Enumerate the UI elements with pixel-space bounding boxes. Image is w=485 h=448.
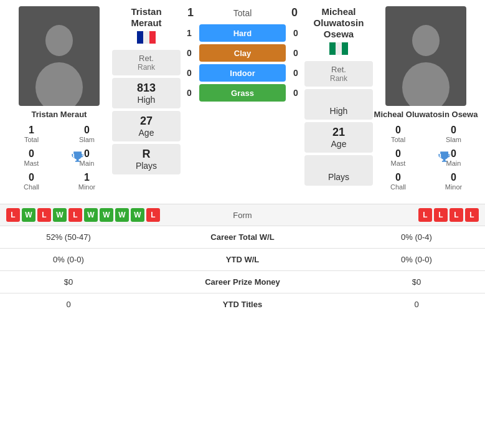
right-chall-label: Chall [390, 183, 406, 191]
prize-left: $0 [0, 271, 137, 293]
right-rank-label: Rank [307, 74, 370, 83]
right-chall-value: 0 [395, 172, 401, 183]
right-name-flag: Micheal OluwatosinOsewa [304, 6, 373, 57]
ytd-titles-row: 0 YTD Titles 0 [0, 293, 485, 316]
ytd-titles-left: 0 [0, 293, 137, 316]
left-main-value: 0 [84, 148, 90, 160]
trophy-icon-left [70, 150, 84, 164]
right-slam-value: 0 [451, 125, 456, 136]
form-badge-w5: W [115, 208, 129, 222]
hard-right-score: 0 [290, 28, 302, 38]
svg-point-9 [402, 62, 450, 106]
center-panel: 1 Total 0 1 Hard 0 0 Clay 0 [181, 6, 304, 193]
svg-rect-3 [143, 31, 149, 44]
total-row: 1 Total 0 [183, 6, 302, 19]
left-mast-label: Mast [24, 160, 39, 167]
left-trophy-area: 0 Main [62, 146, 112, 169]
right-plays-label: Plays [307, 172, 370, 182]
form-badge-l4: L [146, 208, 160, 222]
left-chall-value: 0 [29, 172, 34, 183]
left-ret-val: Ret. [115, 54, 178, 63]
left-ret-box: Ret. Rank [112, 50, 181, 75]
ytd-titles-label: YTD Titles [137, 293, 348, 316]
clay-badge: Clay [199, 44, 286, 62]
form-row: L W L W L W W W W L Form L L L L [0, 204, 485, 226]
form-badge-r-l1: L [418, 208, 432, 222]
grass-left-score: 0 [183, 88, 195, 98]
main-container: Tristan Meraut 1 Total 0 Slam 0 Mast [0, 0, 485, 315]
svg-rect-2 [137, 31, 143, 44]
trophy-icon-right [437, 150, 451, 164]
form-badge-w1: W [22, 208, 35, 222]
left-minor-value: 1 [84, 172, 90, 183]
form-badge-r-l2: L [434, 208, 448, 222]
left-plays-box: R Plays [112, 144, 181, 174]
left-slam-label: Slam [79, 136, 95, 143]
right-center-name: Micheal OluwatosinOsewa [304, 6, 373, 40]
clay-left-score: 0 [183, 48, 195, 58]
prize-label: Career Prize Money [137, 271, 348, 293]
left-minor-cell: 1 Minor [62, 170, 112, 193]
left-slam-value: 0 [84, 125, 90, 136]
grass-badge: Grass [199, 84, 286, 102]
right-total-label: Total [391, 136, 405, 143]
right-stats-grid: 0 Total 0 Slam 0 Mast 0 [373, 123, 479, 193]
right-ret-box: Ret. Rank [304, 61, 373, 87]
surface-rows: 1 Hard 0 0 Clay 0 0 Indoor 0 [183, 24, 302, 102]
form-badge-r-l3: L [450, 208, 463, 222]
right-minor-label: Minor [445, 183, 463, 191]
players-section: Tristan Meraut 1 Total 0 Slam 0 Mast [0, 0, 485, 199]
right-mast-label: Mast [391, 160, 406, 167]
svg-rect-5 [329, 42, 336, 55]
left-high-box: 813 High [112, 78, 181, 108]
left-player-card: Tristan Meraut 1 Total 0 Slam 0 Mast [6, 6, 112, 193]
left-minor-label: Minor [78, 183, 96, 191]
form-badge-w4: W [100, 208, 113, 222]
left-mast-cell: 0 Mast [6, 146, 57, 169]
right-age-label: Age [307, 139, 370, 149]
ytd-wl-right: 0% (0-0) [348, 249, 485, 271]
left-high-val: 813 [115, 82, 178, 95]
right-total-cell: 0 Total [373, 123, 423, 145]
left-flag-container [137, 31, 156, 44]
form-badge-r-l4: L [465, 208, 479, 222]
right-player-name: Micheal Oluwatosin Osewa [374, 110, 478, 119]
ytd-wl-row: 0% (0-0) YTD W/L 0% (0-0) [0, 249, 485, 271]
right-age-val: 21 [307, 126, 370, 139]
svg-point-0 [45, 25, 73, 56]
left-total-cell: 1 Total [6, 123, 57, 145]
indoor-left-score: 0 [183, 68, 195, 78]
left-chall-label: Chall [24, 183, 39, 191]
right-form-badges: L L L L [311, 208, 479, 222]
form-badge-w3: W [84, 208, 98, 222]
ytd-wl-label: YTD W/L [137, 249, 348, 271]
form-badge-l2: L [37, 208, 51, 222]
left-total-label: Total [24, 136, 39, 143]
indoor-right-score: 0 [290, 68, 302, 78]
form-badge-w6: W [131, 208, 144, 222]
indoor-badge: Indoor [199, 64, 286, 82]
prize-row: $0 Career Prize Money $0 [0, 271, 485, 293]
total-label: Total [203, 8, 282, 18]
right-slam-label: Slam [446, 136, 461, 143]
total-right-score: 0 [287, 6, 302, 19]
right-age-box: 21 Age [304, 122, 373, 153]
left-total-value: 1 [29, 125, 34, 136]
hard-badge: Hard [199, 24, 286, 42]
right-plays-val [307, 159, 370, 172]
total-left-score: 1 [183, 6, 198, 19]
left-mast-value: 0 [29, 148, 34, 160]
svg-rect-6 [336, 42, 342, 55]
right-slam-cell: 0 Slam [428, 123, 479, 145]
right-ret-val: Ret. [307, 65, 370, 74]
prize-right: $0 [348, 271, 485, 293]
form-badge-w2: W [53, 208, 67, 222]
right-mast-value: 0 [395, 148, 401, 160]
left-player-avatar [19, 6, 100, 106]
svg-rect-4 [149, 31, 156, 44]
right-trophy-area: 0 Main [428, 146, 479, 169]
right-minor-value: 0 [451, 172, 456, 183]
svg-rect-7 [342, 42, 348, 55]
grass-right-score: 0 [290, 88, 302, 98]
surface-row-clay: 0 Clay 0 [183, 44, 302, 62]
